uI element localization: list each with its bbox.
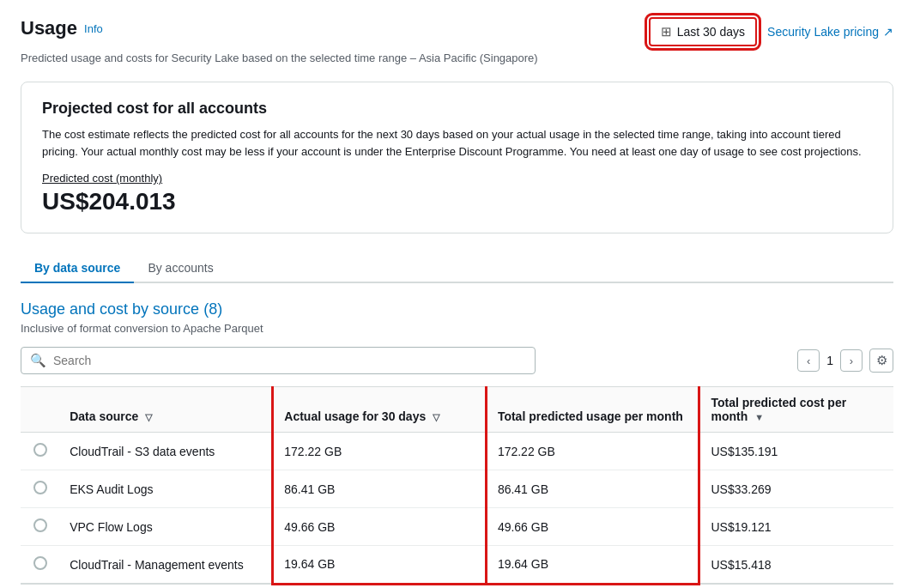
cost-cell-2: US$19.121 xyxy=(699,508,893,546)
page-header: Usage Info ⊞ Last 30 days Security Lake … xyxy=(21,17,893,46)
datasource-cell-3: CloudTrail - Management events xyxy=(59,546,273,585)
actual-sort-icon: ▽ xyxy=(433,412,439,423)
search-box[interactable]: 🔍 xyxy=(21,347,536,374)
datasource-cell-0: CloudTrail - S3 data events xyxy=(59,433,273,470)
datasource-cell-1: EKS Audit Logs xyxy=(59,470,273,508)
tab-by-accounts[interactable]: By accounts xyxy=(134,254,227,283)
radio-circle-0 xyxy=(33,443,47,457)
predicted-cost-label: Predicted cost (monthly) xyxy=(42,172,872,185)
table-row: CloudTrail - S3 data events 172.22 GB 17… xyxy=(21,433,893,470)
usage-section-title: Usage and cost by source (8) xyxy=(21,300,893,318)
info-link[interactable]: Info xyxy=(84,22,103,35)
col-header-datasource[interactable]: Data source ▽ xyxy=(59,387,273,433)
radio-circle-2 xyxy=(33,518,47,532)
page-number: 1 xyxy=(826,354,833,367)
predicted-cost-amount: US$204.013 xyxy=(42,188,872,215)
usage-table: Data source ▽ Actual usage for 30 days ▽… xyxy=(21,386,893,585)
prev-page-button[interactable]: ‹ xyxy=(797,349,820,372)
row-radio-2[interactable] xyxy=(21,508,59,546)
col-header-predicted: Total predicted usage per month xyxy=(486,387,699,433)
cost-cell-1: US$33.269 xyxy=(699,470,893,508)
datasource-cell-2: VPC Flow Logs xyxy=(59,508,273,546)
table-row: VPC Flow Logs 49.66 GB 49.66 GB US$19.12… xyxy=(21,508,893,546)
row-radio-0[interactable] xyxy=(21,433,59,470)
predicted-cell-0: 172.22 GB xyxy=(486,433,699,470)
actual-cell-2: 49.66 GB xyxy=(273,508,487,546)
page-title: Usage xyxy=(21,17,77,39)
predicted-cell-2: 49.66 GB xyxy=(486,508,699,546)
tabs-container: By data source By accounts xyxy=(21,254,893,283)
usage-section-subtitle: Inclusive of format conversion to Apache… xyxy=(21,322,893,335)
search-row: 🔍 ‹ 1 › ⚙ xyxy=(21,347,893,374)
settings-button[interactable]: ⚙ xyxy=(869,349,893,373)
page-subtitle: Predicted usage and costs for Security L… xyxy=(21,52,893,64)
datasource-sort-icon: ▽ xyxy=(145,412,152,423)
search-icon: 🔍 xyxy=(30,353,46,368)
projected-cost-card: Projected cost for all accounts The cost… xyxy=(21,82,893,233)
radio-circle-3 xyxy=(33,556,47,570)
cost-cell-0: US$135.191 xyxy=(699,433,893,470)
cost-card-title: Projected cost for all accounts xyxy=(42,100,872,118)
search-input[interactable] xyxy=(53,354,526,367)
actual-cell-3: 19.64 GB xyxy=(273,546,487,585)
cost-cell-3: US$15.418 xyxy=(699,546,893,585)
radio-circle-1 xyxy=(33,481,47,494)
row-radio-1[interactable] xyxy=(21,470,59,508)
predicted-cell-1: 86.41 GB xyxy=(486,470,699,508)
cost-card-description: The cost estimate reflects the predicted… xyxy=(42,126,866,160)
col-header-actual[interactable]: Actual usage for 30 days ▽ xyxy=(273,387,487,433)
time-range-button[interactable]: ⊞ Last 30 days xyxy=(649,17,757,46)
usage-count: (8) xyxy=(203,300,222,318)
actual-cell-1: 86.41 GB xyxy=(273,470,487,508)
header-actions: ⊞ Last 30 days Security Lake pricing ↗ xyxy=(649,17,893,46)
security-lake-pricing-link[interactable]: Security Lake pricing ↗ xyxy=(767,25,893,39)
table-row: EKS Audit Logs 86.41 GB 86.41 GB US$33.2… xyxy=(21,470,893,508)
col-header-cost[interactable]: Total predicted cost per month ▼ xyxy=(699,387,893,433)
pagination-controls: ‹ 1 › ⚙ xyxy=(797,349,893,373)
predicted-cell-3: 19.64 GB xyxy=(486,546,699,585)
table-row: CloudTrail - Management events 19.64 GB … xyxy=(21,546,893,585)
row-radio-3[interactable] xyxy=(21,546,59,585)
external-link-icon: ↗ xyxy=(883,25,893,39)
pricing-link-label: Security Lake pricing xyxy=(767,25,879,39)
next-page-button[interactable]: › xyxy=(840,349,863,372)
calendar-icon: ⊞ xyxy=(661,24,672,39)
col-header-radio xyxy=(21,387,59,433)
cost-sort-icon: ▼ xyxy=(754,412,764,422)
actual-cell-0: 172.22 GB xyxy=(273,433,487,470)
time-range-label: Last 30 days xyxy=(677,25,745,39)
title-group: Usage Info xyxy=(21,17,103,39)
tab-by-data-source[interactable]: By data source xyxy=(21,254,134,283)
